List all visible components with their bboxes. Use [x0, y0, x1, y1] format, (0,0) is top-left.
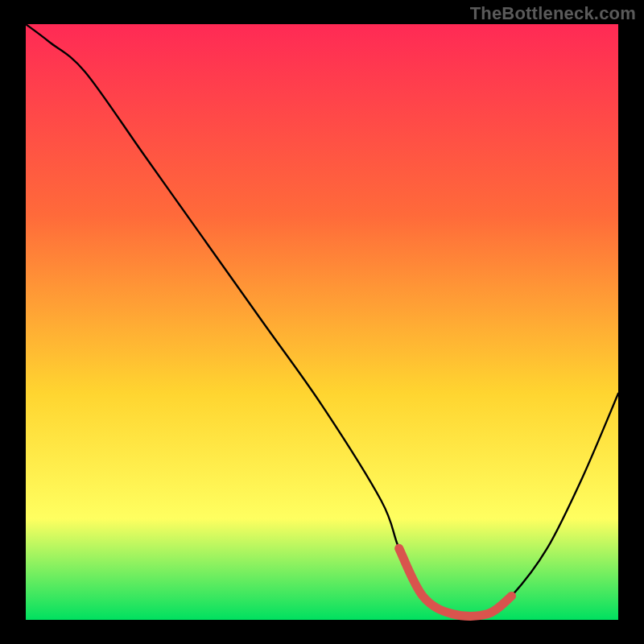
bottleneck-chart — [0, 0, 644, 644]
watermark-text: TheBottleneck.com — [470, 3, 636, 24]
chart-container: TheBottleneck.com — [0, 0, 644, 644]
